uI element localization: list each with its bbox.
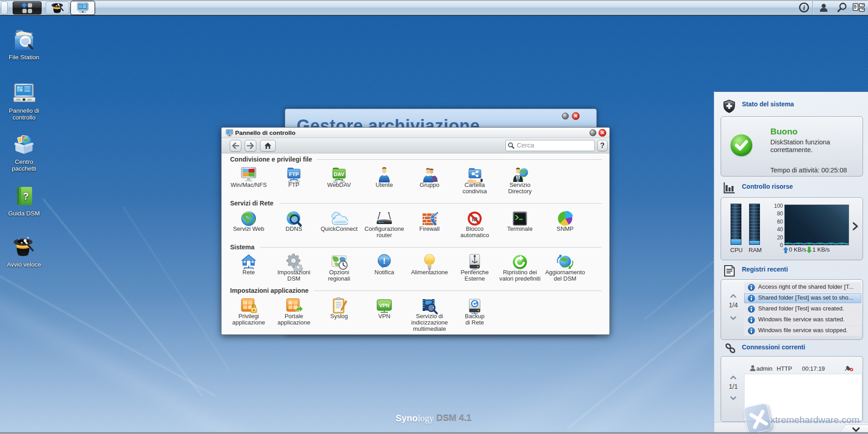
- svg-text:!: !: [383, 256, 386, 266]
- svg-text:i: i: [803, 5, 805, 11]
- svg-text:?: ?: [23, 191, 28, 202]
- svg-text:VPN: VPN: [379, 303, 390, 308]
- svg-text:FTP: FTP: [289, 172, 299, 177]
- svg-text:DAV: DAV: [334, 172, 344, 177]
